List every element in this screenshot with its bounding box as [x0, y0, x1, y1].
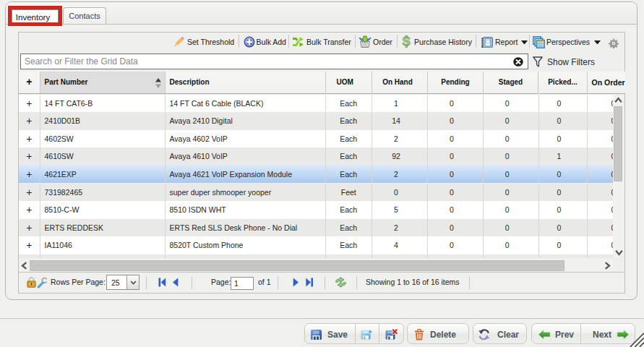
svg-text:S: S: [403, 35, 411, 48]
